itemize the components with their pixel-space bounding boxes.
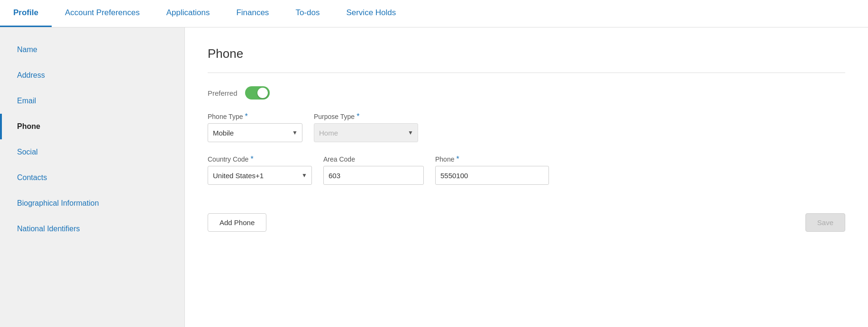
phone-number-group: Phone * bbox=[435, 155, 549, 185]
sidebar-item-biographical-information[interactable]: Biographical Information bbox=[0, 191, 184, 216]
country-code-required: * bbox=[250, 155, 253, 163]
phone-type-wrapper: Mobile Home Work Other ▼ bbox=[208, 123, 302, 142]
sidebar-item-contacts[interactable]: Contacts bbox=[0, 165, 184, 191]
section-divider bbox=[208, 73, 845, 73]
preferred-row: Preferred bbox=[208, 86, 845, 100]
sidebar-item-email[interactable]: Email bbox=[0, 88, 184, 114]
phone-purpose-row: Phone Type * Mobile Home Work Other ▼ Pu… bbox=[208, 113, 845, 142]
toggle-track bbox=[245, 86, 270, 100]
phone-number-input[interactable] bbox=[435, 166, 549, 185]
sidebar-item-national-identifiers[interactable]: National Identifiers bbox=[0, 216, 184, 242]
phone-details-row: Country Code * United States+1 Canada+1 … bbox=[208, 155, 845, 185]
preferred-toggle[interactable] bbox=[245, 86, 270, 100]
country-code-wrapper: United States+1 Canada+1 United Kingdom+… bbox=[208, 166, 312, 185]
purpose-type-required: * bbox=[356, 113, 359, 120]
sidebar-item-name[interactable]: Name bbox=[0, 37, 184, 63]
tab-todos[interactable]: To-dos bbox=[282, 0, 333, 27]
tab-finances[interactable]: Finances bbox=[223, 0, 282, 27]
purpose-type-wrapper: Home Work Other ▼ bbox=[314, 123, 418, 142]
area-code-label: Area Code bbox=[323, 155, 424, 163]
phone-number-label: Phone * bbox=[435, 155, 549, 163]
sidebar-item-phone[interactable]: Phone bbox=[0, 114, 184, 139]
purpose-type-group: Purpose Type * Home Work Other ▼ bbox=[314, 113, 418, 142]
area-code-group: Area Code bbox=[323, 155, 424, 185]
sidebar-item-social[interactable]: Social bbox=[0, 139, 184, 165]
phone-type-required: * bbox=[245, 113, 247, 120]
tab-profile[interactable]: Profile bbox=[0, 0, 52, 27]
bottom-actions: Add Phone Save bbox=[208, 204, 845, 232]
tab-account-preferences[interactable]: Account Preferences bbox=[52, 0, 153, 27]
country-code-group: Country Code * United States+1 Canada+1 … bbox=[208, 155, 312, 185]
sidebar: Name Address Email Phone Social Contacts… bbox=[0, 27, 185, 327]
tab-applications[interactable]: Applications bbox=[153, 0, 223, 27]
main-content: Phone Preferred Phone Type * Mobi bbox=[185, 27, 868, 327]
purpose-type-label: Purpose Type * bbox=[314, 113, 418, 120]
phone-number-required: * bbox=[456, 155, 459, 163]
tab-service-holds[interactable]: Service Holds bbox=[333, 0, 409, 27]
purpose-type-select[interactable]: Home Work Other bbox=[314, 123, 418, 142]
add-phone-button[interactable]: Add Phone bbox=[208, 213, 266, 232]
main-layout: Name Address Email Phone Social Contacts… bbox=[0, 27, 868, 327]
area-code-input[interactable] bbox=[323, 166, 424, 185]
save-button[interactable]: Save bbox=[805, 213, 845, 232]
country-code-label: Country Code * bbox=[208, 155, 312, 163]
phone-type-label: Phone Type * bbox=[208, 113, 302, 120]
country-code-select[interactable]: United States+1 Canada+1 United Kingdom+… bbox=[208, 166, 312, 185]
sidebar-item-address[interactable]: Address bbox=[0, 63, 184, 88]
preferred-label: Preferred bbox=[208, 89, 238, 97]
phone-type-group: Phone Type * Mobile Home Work Other ▼ bbox=[208, 113, 302, 142]
section-title: Phone bbox=[208, 46, 845, 61]
top-nav: Profile Account Preferences Applications… bbox=[0, 0, 868, 27]
phone-type-select[interactable]: Mobile Home Work Other bbox=[208, 123, 302, 142]
toggle-thumb bbox=[257, 88, 268, 98]
